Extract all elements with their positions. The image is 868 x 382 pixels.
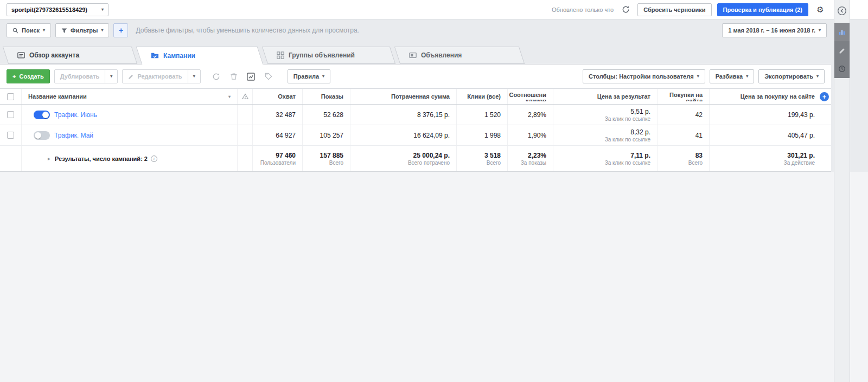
- cell-delivery: [238, 125, 253, 145]
- cell-reach: 32 487: [253, 105, 303, 125]
- duplicate-menu-button[interactable]: ▾: [105, 69, 118, 83]
- review-publish-button[interactable]: Проверка и публикация (2): [717, 3, 808, 16]
- performance-charts-button[interactable]: [834, 23, 850, 41]
- chevron-down-icon: ▾: [101, 8, 104, 12]
- refresh-button[interactable]: [619, 3, 632, 16]
- column-header-spent[interactable]: Потраченная сумма: [350, 89, 457, 104]
- breakdown-label: Разбивка: [716, 73, 743, 80]
- cell-reach-total: 97 460Пользователи: [253, 146, 303, 171]
- edit-button[interactable]: Редактировать: [122, 69, 188, 83]
- results-label: Результаты, число кампаний: 2: [55, 156, 148, 162]
- column-label-clipped: кликов: [526, 98, 546, 101]
- export-label: Экспортировать: [764, 73, 813, 80]
- date-range-label: 1 мая 2018 г. – 16 июня 2018 г.: [728, 27, 815, 34]
- tab-label: Кампании: [163, 52, 195, 60]
- view-charts-button[interactable]: [244, 69, 258, 83]
- warning-icon: [242, 93, 248, 100]
- table-toolbar: + Создать Дублировать ▾ Редактировать ▾: [0, 64, 831, 88]
- cell-spent: 8 376,15 р.: [350, 105, 457, 125]
- sort-icon[interactable]: ▾: [228, 94, 231, 99]
- campaign-name-link[interactable]: Трафик. Май: [54, 132, 93, 139]
- tab-account-overview[interactable]: Обзор аккаунта: [5, 47, 135, 64]
- column-header-name[interactable]: Название кампании ▾: [22, 89, 238, 104]
- toggle-knob: [42, 112, 49, 118]
- breakdown-button[interactable]: Разбивка ▾: [710, 69, 755, 83]
- filter-bar: Поиск ▾ Фильтры ▾ + Добавьте фильтры, чт…: [0, 20, 868, 41]
- toolbar-icon-group: [209, 69, 276, 83]
- date-range-button[interactable]: 1 мая 2018 г. – 16 июня 2018 г. ▾: [722, 23, 827, 37]
- cell-cost-per-purchase: 405,47 р.: [710, 125, 831, 145]
- column-header-cost-per-purchase[interactable]: Цена за покупку на сайте: [710, 89, 831, 104]
- cell-cost-per-purchase: 199,43 р.: [710, 105, 831, 125]
- cell-clicks: 1 998: [457, 125, 508, 145]
- edit-label: Редактировать: [137, 73, 182, 80]
- campaign-active-toggle[interactable]: [34, 131, 50, 140]
- tab-campaigns[interactable]: Кампании: [139, 47, 260, 64]
- chevron-down-icon: ▾: [193, 74, 195, 79]
- bar-chart-icon: [838, 28, 846, 36]
- campaign-name-link[interactable]: Трафик. Июнь: [54, 111, 97, 119]
- updated-status: Обновлено только что: [552, 7, 614, 13]
- revert-icon: [212, 73, 220, 81]
- settings-button[interactable]: ⚙: [814, 3, 827, 16]
- edit-split-button: Редактировать ▾: [122, 69, 200, 83]
- account-name: sportpit(279732615518429): [11, 7, 87, 13]
- chevron-down-icon: ▾: [110, 74, 112, 79]
- history-button[interactable]: [834, 60, 850, 78]
- filters-label: Фильтры: [71, 27, 98, 34]
- chevron-down-icon: ▾: [816, 74, 819, 79]
- edit-panel-button[interactable]: [834, 41, 850, 60]
- cell-purchases: 42: [658, 105, 710, 125]
- revert-button[interactable]: [209, 69, 224, 83]
- column-label: Показы: [321, 93, 343, 100]
- right-rail: [834, 0, 850, 382]
- column-header-ctr[interactable]: Соотношени кликов: [508, 89, 553, 104]
- collapse-panel-button[interactable]: [835, 4, 848, 17]
- row-checkbox[interactable]: [7, 132, 14, 139]
- refresh-icon: [622, 5, 630, 14]
- select-all-checkbox[interactable]: [7, 93, 14, 100]
- column-label: Цена за покупку на сайте: [741, 93, 815, 100]
- column-header-impressions[interactable]: Показы: [303, 89, 350, 104]
- column-header-clicks[interactable]: Клики (все): [457, 89, 508, 104]
- expander-icon[interactable]: ▸: [48, 156, 50, 161]
- columns-button[interactable]: Столбцы: Настройки пользователя ▾: [583, 69, 705, 83]
- ads-icon: [409, 51, 417, 59]
- rules-button[interactable]: Правила ▾: [288, 69, 330, 83]
- cell-ctr: 1,90%: [508, 125, 553, 145]
- account-selector[interactable]: sportpit(279732615518429) ▾: [7, 3, 108, 16]
- filters-button[interactable]: Фильтры ▾: [55, 23, 109, 37]
- column-label: Клики (все): [467, 93, 501, 100]
- column-header-reach[interactable]: Охват: [253, 89, 303, 104]
- delete-button[interactable]: [227, 69, 241, 83]
- cell-results-summary: ▸ Результаты, число кампаний: 2 i: [22, 146, 238, 171]
- add-filter-button[interactable]: +: [113, 23, 128, 37]
- column-label: Покупки на: [669, 92, 703, 98]
- discard-drafts-button[interactable]: Сбросить черновики: [637, 3, 711, 16]
- add-column-button[interactable]: +: [820, 92, 829, 101]
- tab-ad-sets[interactable]: Группы объявлений: [265, 47, 393, 64]
- edit-menu-button[interactable]: ▾: [188, 69, 201, 83]
- cell-purchases: 41: [658, 125, 710, 145]
- duplicate-button[interactable]: Дублировать: [54, 69, 106, 83]
- cell-ctr-total: 2,23%За показы: [508, 146, 553, 171]
- campaign-active-toggle[interactable]: [34, 111, 50, 119]
- column-label-clipped: сайте: [686, 98, 703, 101]
- column-header-cost-per-result[interactable]: Цена за результат: [553, 89, 658, 104]
- table-row[interactable]: Трафик. Май 64 927 105 257 16 624,09 р. …: [0, 125, 831, 146]
- tab-ads[interactable]: Объявления: [397, 47, 522, 64]
- row-checkbox[interactable]: [7, 111, 14, 118]
- search-label: Поиск: [22, 27, 40, 34]
- export-button[interactable]: Экспортировать ▾: [758, 69, 825, 83]
- table-row[interactable]: Трафик. Июнь 32 487 52 628 8 376,15 р. 1…: [0, 105, 831, 125]
- toolbar-right-group: Столбцы: Настройки пользователя ▾ Разбив…: [583, 69, 825, 83]
- search-button[interactable]: Поиск ▾: [7, 23, 51, 37]
- tag-button[interactable]: [261, 69, 276, 83]
- create-button[interactable]: + Создать: [7, 69, 50, 83]
- column-header-purchases[interactable]: Покупки на сайте: [658, 89, 710, 104]
- search-icon: [12, 28, 18, 34]
- info-icon[interactable]: i: [151, 156, 157, 162]
- chevron-down-icon: ▾: [101, 28, 103, 33]
- cell-spent: 16 624,09 р.: [350, 125, 457, 145]
- cell-checkbox: [0, 105, 22, 125]
